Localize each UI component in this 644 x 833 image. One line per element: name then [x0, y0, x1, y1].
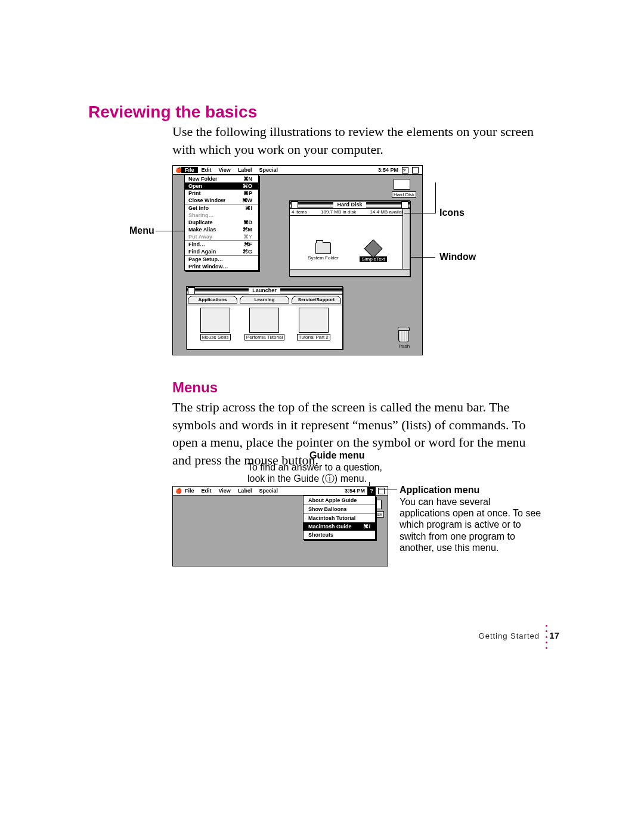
menu-edit[interactable]: Edit — [198, 488, 215, 494]
menu-file[interactable]: File — [181, 167, 198, 173]
shortcuts[interactable]: Shortcuts — [304, 531, 375, 539]
file-sharing: Sharing… — [185, 212, 258, 219]
trash-label: Trash — [398, 343, 410, 349]
tab-learning[interactable]: Learning — [240, 296, 289, 304]
guide-menu-icon[interactable]: ? — [367, 487, 376, 495]
simpletext-app[interactable]: SimpleText — [355, 242, 391, 262]
screenshot-desktop: 🍎 File Edit View Label Special 3:54 PM ?… — [172, 165, 423, 355]
file-find-again[interactable]: Find Again⌘G — [185, 248, 258, 255]
launcher-mouse-skills[interactable]: Mouse Skills — [193, 308, 238, 340]
clock: 3:54 PM — [345, 488, 365, 494]
about-apple-guide[interactable]: About Apple Guide — [304, 496, 375, 504]
callout-app-menu-body: You can have several applications open a… — [400, 496, 543, 553]
macintosh-guide[interactable]: Macintosh Guide⌘/ — [304, 522, 375, 531]
launcher-title: Launcher — [249, 287, 280, 293]
hard-disk-label: Hard Disk — [392, 191, 416, 198]
intro-paragraph: Use the following illustrations to revie… — [172, 123, 539, 158]
finder-info-row: 4 items 189.7 MB in disk 14.4 MB availab… — [290, 209, 410, 216]
callout-guide-menu-body: To find an answer to a question, look in… — [247, 462, 394, 484]
scrollbar-horizontal[interactable] — [290, 269, 410, 276]
tutorial2-icon — [299, 308, 329, 333]
menu-label[interactable]: Label — [234, 167, 256, 173]
tutorial-icon — [249, 308, 279, 333]
callout-line — [410, 257, 435, 258]
file-open[interactable]: Open⌘O — [185, 182, 258, 190]
application-menu-icon[interactable] — [378, 488, 385, 494]
menu-bar: 🍎 File Edit View Label Special 3:54 PM ? — [173, 166, 422, 175]
file-close-window[interactable]: Close Window⌘W — [185, 197, 258, 204]
heading-reviewing-basics: Reviewing the basics — [88, 103, 257, 122]
finder-window: Hard Disk 4 items 189.7 MB in disk 14.4 … — [289, 200, 410, 277]
apple-menu-icon[interactable]: 🍎 — [173, 488, 181, 494]
macintosh-tutorial[interactable]: Macintosh Tutorial — [304, 514, 375, 522]
finder-titlebar[interactable]: Hard Disk — [290, 201, 410, 209]
callout-app-menu-title: Application menu — [400, 485, 479, 496]
file-get-info[interactable]: Get Info⌘I — [185, 205, 258, 212]
file-put-away: Put Away⌘Y — [185, 233, 258, 240]
mouse-skills-icon — [200, 308, 230, 333]
callout-line — [379, 490, 397, 490]
folder-icon — [315, 242, 331, 254]
callout-line — [404, 213, 435, 213]
hard-disk-icon[interactable] — [394, 179, 410, 190]
tab-applications[interactable]: Applications — [188, 296, 237, 304]
callout-icons: Icons — [439, 208, 465, 218]
callout-line — [156, 231, 184, 231]
callout-line — [435, 182, 436, 213]
heading-menus: Menus — [172, 379, 218, 396]
trash-icon-block[interactable]: Trash — [396, 329, 411, 349]
menu-view[interactable]: View — [215, 167, 234, 173]
menu-special[interactable]: Special — [255, 488, 281, 494]
scrollbar-vertical[interactable] — [402, 209, 410, 269]
show-balloons[interactable]: Show Balloons — [304, 505, 375, 513]
file-print-window[interactable]: Print Window… — [185, 263, 258, 270]
launcher-tabs: Applications Learning Service/Support — [187, 295, 342, 305]
file-duplicate[interactable]: Duplicate⌘D — [185, 219, 258, 226]
menu-special[interactable]: Special — [255, 167, 281, 173]
launcher-performa-tutorial[interactable]: Performa Tutorial — [242, 308, 287, 340]
launcher-tutorial-part2[interactable]: Tutorial Part 2 — [291, 308, 336, 340]
file-new-folder[interactable]: New Folder⌘N — [185, 175, 258, 182]
finder-title: Hard Disk — [333, 202, 366, 208]
system-folder[interactable]: System Folder — [305, 242, 341, 261]
screenshot-menubar: 🍎 File Edit View Label Special 3:54 PM ?… — [172, 486, 388, 566]
apple-menu-icon[interactable]: 🍎 — [173, 167, 181, 173]
footer-dots — [545, 625, 547, 649]
trash-icon — [398, 329, 409, 342]
clock: 3:54 PM — [378, 167, 398, 173]
application-menu-icon[interactable] — [412, 167, 419, 174]
menu-label[interactable]: Label — [234, 488, 256, 494]
menu-file[interactable]: File — [181, 488, 198, 494]
guide-menu-dropdown: About Apple Guide Show Balloons Macintos… — [303, 496, 376, 540]
file-find[interactable]: Find…⌘F — [185, 241, 258, 248]
callout-window: Window — [439, 252, 476, 262]
tab-service-support[interactable]: Service/Support — [292, 296, 341, 304]
callout-menu: Menu — [129, 225, 154, 236]
footer-page-number: 17 — [549, 630, 559, 640]
footer-section: Getting Started — [479, 631, 540, 640]
menu-edit[interactable]: Edit — [198, 167, 215, 173]
launcher-titlebar[interactable]: Launcher — [187, 287, 342, 295]
menu-view[interactable]: View — [215, 488, 234, 494]
menu-bar-2: 🍎 File Edit View Label Special 3:54 PM ? — [173, 487, 388, 496]
file-menu-dropdown: New Folder⌘N Open⌘O Print⌘P Close Window… — [184, 175, 259, 271]
launcher-window: Launcher Applications Learning Service/S… — [186, 286, 343, 349]
folder-label: System Folder — [308, 255, 339, 261]
app-icon — [364, 239, 382, 258]
file-print[interactable]: Print⌘P — [185, 190, 258, 197]
file-make-alias[interactable]: Make Alias⌘M — [185, 226, 258, 233]
callout-guide-menu-title: Guide menu — [309, 450, 364, 461]
file-page-setup[interactable]: Page Setup… — [185, 256, 258, 263]
guide-menu-icon[interactable]: ? — [402, 167, 408, 174]
